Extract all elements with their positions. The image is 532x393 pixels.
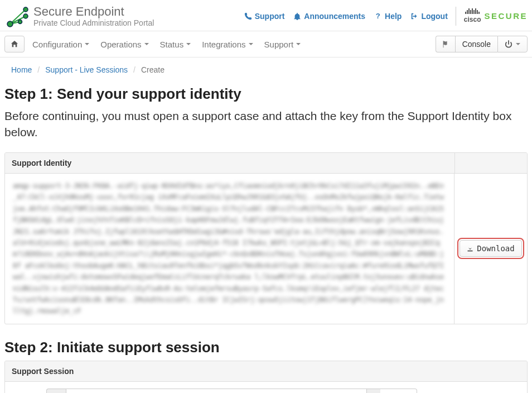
support-session-title: Support Session <box>5 361 527 382</box>
breadcrumb: Home / Support - Live Sessions / Create <box>0 57 532 74</box>
peer-input-group: : <box>46 389 417 393</box>
brand-subtitle: Private Cloud Administration Portal <box>33 18 154 27</box>
header-links: Support Announcements ? Help Logout <box>244 12 448 21</box>
chevron-down-icon <box>186 43 191 45</box>
svg-text:?: ? <box>376 12 380 20</box>
download-button[interactable]: Download <box>460 240 521 257</box>
home-icon <box>11 40 18 48</box>
main-navbar: Configuration Operations Status Integrat… <box>0 31 532 57</box>
nav-support[interactable]: Support <box>264 40 301 49</box>
product-logo-icon <box>7 5 29 27</box>
chevron-down-icon <box>85 43 89 45</box>
page-content: Step 1: Send your support identity Befor… <box>0 74 532 393</box>
breadcrumb-sep: / <box>37 65 40 74</box>
announcements-link[interactable]: Announcements <box>293 12 365 21</box>
identity-download-cell: Download <box>454 174 527 324</box>
support-identity-title: Support Identity <box>5 153 454 173</box>
support-identity-header: Support Identity <box>5 153 527 174</box>
app-header: Secure Endpoint Private Cloud Administra… <box>0 0 532 31</box>
step2-heading: Step 2: Initiate support session <box>4 339 528 356</box>
home-button[interactable] <box>4 36 25 52</box>
session-body: Peer : Start <box>5 382 527 393</box>
nav-integrations[interactable]: Integrations <box>202 40 253 49</box>
identity-body: amqp-support-3-JN3k:FK8A.-aidfj-qiwp-NS0… <box>5 174 527 324</box>
chevron-down-icon <box>296 43 301 45</box>
chevron-down-icon <box>249 43 253 45</box>
cisco-bars-icon <box>465 8 480 14</box>
breadcrumb-sep: / <box>133 65 136 74</box>
svg-point-5 <box>23 7 28 12</box>
nav-operations[interactable]: Operations <box>100 40 148 49</box>
logout-link[interactable]: Logout <box>410 12 447 21</box>
nav-right-group: Console <box>436 36 528 52</box>
question-icon: ? <box>374 12 382 20</box>
nav-configuration[interactable]: Configuration <box>32 40 89 49</box>
peer-row: Peer : <box>5 382 527 393</box>
identity-key-box: amqp-support-3-JN3k:FK8A.-aidfj-qiwp-NS0… <box>5 174 454 324</box>
nav-menus: Configuration Operations Status Integrat… <box>27 40 301 49</box>
colon-addon: : <box>367 389 380 393</box>
chevron-down-icon <box>144 43 149 45</box>
svg-point-3 <box>7 21 13 27</box>
cisco-secure: SECURE <box>484 11 528 21</box>
svg-point-4 <box>23 14 28 18</box>
breadcrumb-support-sessions[interactable]: Support - Live Sessions <box>45 65 128 74</box>
flag-button[interactable] <box>436 36 455 52</box>
header-separator <box>456 7 456 26</box>
support-identity-panel: Support Identity amqp-support-3-JN3k:FK8… <box>4 152 528 324</box>
peer-host-input[interactable] <box>66 389 367 393</box>
help-link[interactable]: ? Help <box>374 12 402 21</box>
peer-port-input[interactable] <box>380 389 417 393</box>
console-button[interactable]: Console <box>455 36 497 52</box>
bell-icon <box>293 12 301 20</box>
power-menu-button[interactable] <box>497 36 528 52</box>
identity-key-blurred: amqp-support-3-JN3k:FK8A.-aidfj-qiwp-NS0… <box>13 180 446 317</box>
brand-text: Secure Endpoint Private Cloud Administra… <box>33 4 154 27</box>
power-icon <box>505 40 512 48</box>
flag-icon <box>442 40 449 48</box>
nav-status[interactable]: Status <box>160 40 191 49</box>
sign-out-icon <box>410 12 418 20</box>
breadcrumb-current: Create <box>141 65 165 74</box>
step1-lead: Before continuing, you must open a suppo… <box>4 108 528 140</box>
globe-addon <box>46 389 66 393</box>
svg-point-6 <box>18 20 22 23</box>
step1-heading: Step 1: Send your support identity <box>4 85 528 103</box>
cisco-word: cisco <box>464 16 481 23</box>
support-link[interactable]: Support <box>244 12 285 21</box>
brand-title: Secure Endpoint <box>33 4 154 18</box>
brand-logo: Secure Endpoint Private Cloud Administra… <box>4 4 154 27</box>
breadcrumb-home[interactable]: Home <box>11 65 32 74</box>
download-icon <box>467 245 473 252</box>
chevron-down-icon <box>516 43 520 45</box>
phone-icon <box>244 12 252 20</box>
support-session-panel: Support Session Peer : Start <box>4 361 528 393</box>
cisco-brand: cisco SECURE <box>464 8 528 23</box>
